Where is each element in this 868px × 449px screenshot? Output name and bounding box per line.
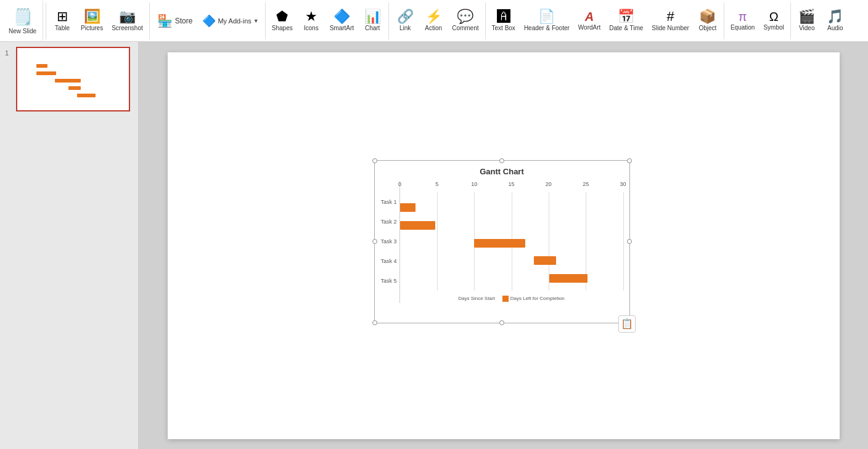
textbox-button[interactable]: 🅰 Text Box [488, 7, 519, 34]
bar-row-task1 [400, 200, 623, 216]
comment-button[interactable]: 💬 Comment [448, 7, 482, 34]
sep7 [790, 2, 791, 39]
sep2 [149, 2, 150, 39]
chart-button[interactable]: 📊 Chart [359, 7, 386, 34]
resize-handle-bm[interactable] [499, 320, 504, 325]
link-button[interactable]: 🔗 Link [391, 7, 419, 34]
chart-plot: 0 5 10 15 20 25 30 [399, 181, 623, 303]
legend-days-left: Days Left for Completion [502, 296, 565, 302]
resize-handle-tr[interactable] [627, 158, 632, 163]
paste-button[interactable]: 📋 [618, 315, 636, 333]
new-slide-icon: 🗒️ [13, 7, 33, 26]
bars-area [400, 192, 623, 291]
screenshot-button[interactable]: 📷 Screenshot [108, 7, 147, 34]
shapes-icon: ⬟ [276, 10, 288, 23]
wordart-label: WordArt [578, 24, 601, 31]
my-addins-label: My Add-ins [218, 17, 251, 25]
sep1 [46, 2, 46, 39]
y-label-task2: Task 2 [381, 219, 397, 225]
shapes-label: Shapes [272, 25, 293, 31]
bar-task3 [474, 239, 525, 248]
object-label: Object [698, 25, 716, 31]
bar-row-task5 [400, 271, 623, 287]
new-slide-button[interactable]: 🗒️ New Slide [2, 0, 43, 41]
chart-icon: 📊 [364, 10, 381, 23]
x-tick-30: 30 [620, 181, 626, 187]
symbol-button[interactable]: Ω Symbol [760, 8, 787, 33]
x-axis: 0 5 10 15 20 25 30 [400, 181, 623, 192]
bar-task2 [400, 221, 436, 230]
y-label-task5: Task 5 [381, 278, 397, 284]
icons-button[interactable]: ★ Icons [298, 7, 325, 34]
chart-container[interactable]: Gantt Chart Task 1 Task 2 Task 3 Task 4 … [374, 160, 630, 323]
store-icon: 🏪 [157, 14, 173, 28]
wordart-button[interactable]: A WordArt [575, 8, 605, 33]
audio-button[interactable]: 🎵 Audio [822, 7, 849, 34]
slide-number-icon: # [667, 10, 674, 23]
sep6 [724, 2, 724, 39]
slide-panel: 1 [0, 42, 139, 449]
object-button[interactable]: 📦 Object [694, 7, 721, 34]
wordart-icon: A [585, 10, 594, 23]
sep5 [485, 2, 486, 39]
smartart-button[interactable]: 🔷 SmartArt [326, 7, 358, 34]
addins-icon: 🔷 [202, 14, 216, 28]
bar-row-task3 [400, 235, 623, 251]
object-icon: 📦 [699, 10, 716, 23]
store-label: Store [175, 17, 193, 25]
header-footer-icon: 📄 [538, 10, 555, 23]
my-addins-button[interactable]: 🔷 My Add-ins ▼ [199, 0, 262, 41]
resize-handle-tm[interactable] [499, 158, 504, 163]
resize-handle-ml[interactable] [372, 239, 377, 244]
store-button[interactable]: 🏪 Store [152, 0, 198, 41]
slide-number-label: 1 [5, 47, 12, 57]
pictures-button[interactable]: 🖼️ Pictures [77, 7, 107, 34]
action-button[interactable]: ⚡ Action [420, 7, 447, 34]
resize-handle-mr[interactable] [627, 239, 632, 244]
video-button[interactable]: 🎬 Video [793, 7, 821, 34]
y-label-task4: Task 4 [381, 258, 397, 264]
slide-thumb-container: 1 [5, 47, 133, 111]
main-area: 1 [0, 42, 868, 449]
x-tick-5: 5 [435, 181, 438, 187]
slide-canvas[interactable]: Gantt Chart Task 1 Task 2 Task 3 Task 4 … [168, 52, 840, 439]
video-label: Video [799, 25, 814, 31]
header-footer-button[interactable]: 📄 Header & Footer [520, 7, 573, 34]
symbol-label: Symbol [763, 24, 784, 31]
slide-area: Gantt Chart Task 1 Task 2 Task 3 Task 4 … [139, 42, 868, 449]
symbol-icon: Ω [769, 10, 779, 23]
table-button[interactable]: ⊞ Table [49, 7, 76, 34]
equation-label: Equation [731, 24, 755, 31]
icons-icon: ★ [305, 10, 317, 23]
x-tick-25: 25 [583, 181, 589, 187]
link-label: Link [399, 25, 411, 31]
slide-number-button[interactable]: # Slide Number [648, 7, 693, 34]
y-label-task1: Task 1 [381, 199, 397, 205]
slide-number-label: Slide Number [652, 25, 689, 31]
legend-orange-swatch [502, 296, 509, 302]
chart-label: Chart [365, 25, 380, 31]
pictures-icon: 🖼️ [84, 10, 100, 23]
action-label: Action [425, 25, 442, 31]
equation-button[interactable]: π Equation [727, 8, 758, 33]
audio-label: Audio [827, 25, 843, 31]
y-label-task3: Task 3 [381, 238, 397, 245]
link-icon: 🔗 [397, 10, 414, 23]
addins-caret-icon: ▼ [253, 18, 259, 24]
smartart-label: SmartArt [330, 25, 354, 31]
resize-handle-tl[interactable] [372, 158, 377, 163]
video-icon: 🎬 [798, 10, 815, 23]
chart-y-labels: Task 1 Task 2 Task 3 Task 4 Task 5 [381, 181, 399, 303]
shapes-button[interactable]: ⬟ Shapes [268, 7, 297, 34]
legend-days-left-label: Days Left for Completion [510, 296, 565, 301]
table-label: Table [55, 25, 70, 31]
gridline-30 [623, 192, 624, 291]
chart-body: Task 1 Task 2 Task 3 Task 4 Task 5 0 5 1… [381, 181, 623, 303]
resize-handle-bl[interactable] [372, 320, 377, 325]
audio-icon: 🎵 [827, 10, 843, 23]
legend-days-since-label: Days Since Start [458, 296, 495, 301]
paste-icon: 📋 [621, 318, 633, 330]
slide-thumbnail[interactable] [16, 47, 130, 111]
pictures-label: Pictures [81, 25, 103, 31]
date-time-button[interactable]: 📅 Date & Time [605, 7, 647, 34]
